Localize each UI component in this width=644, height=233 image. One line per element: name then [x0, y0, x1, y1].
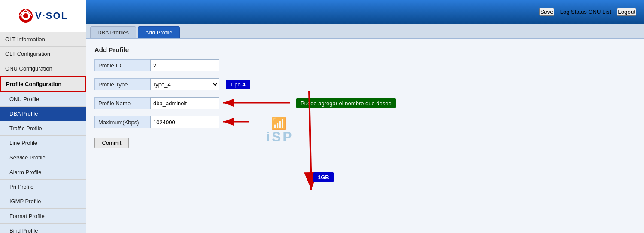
sidebar-item-bind-profile[interactable]: Bind Profile: [0, 224, 86, 233]
sidebar-item-onu-config[interactable]: ONU Configuration: [0, 61, 86, 76]
storage-badge: 1GB: [313, 172, 334, 182]
tipo4-annotation: Tipo 4: [226, 80, 250, 89]
tabs-bar: DBA Profiles Add Profile: [86, 24, 644, 39]
sidebar-item-olt-config[interactable]: OLT Configuration: [0, 47, 86, 61]
profile-id-input[interactable]: [150, 59, 219, 71]
sidebar-item-olt-info[interactable]: OLT Information: [0, 32, 86, 47]
status-link[interactable]: Status: [571, 9, 587, 15]
main-panel: Save Log Status ONU List Logout DBA Prof…: [86, 0, 644, 233]
sidebar-item-onu-profile[interactable]: ONU Profile: [0, 92, 86, 107]
form-row-profile-name: Profile Name Puede agregar el nombre que…: [94, 97, 635, 109]
arrow-name: [219, 96, 296, 109]
vsol-logo-icon: [18, 8, 33, 24]
main-header: Save Log Status ONU List Logout: [86, 0, 644, 24]
nombre-annotation: Puede agregar el nombre que desee: [296, 98, 396, 108]
maximum-input[interactable]: [150, 116, 219, 128]
save-button[interactable]: Save: [539, 8, 554, 16]
form-row-profile-id: Profile ID: [94, 59, 635, 71]
content-area: Add Profile Profile ID Profile Type Type…: [86, 39, 644, 233]
form-row-profile-type: Profile Type Type_1 Type_2 Type_3 Type_4…: [94, 78, 635, 90]
profile-name-input[interactable]: [150, 97, 219, 109]
profile-type-label: Profile Type: [94, 78, 150, 90]
sidebar-item-format-profile[interactable]: Format Profile: [0, 209, 86, 224]
sidebar-item-pri-profile[interactable]: Pri Profile: [0, 180, 86, 194]
sidebar-item-alarm-profile[interactable]: Alarm Profile: [0, 165, 86, 180]
sidebar-item-traffic-profile[interactable]: Traffic Profile: [0, 121, 86, 136]
sidebar-item-igmp-profile[interactable]: IGMP Profile: [0, 194, 86, 209]
sidebar: V·SOL OLT Information OLT Configuration …: [0, 0, 86, 233]
isp-text: iSP: [266, 129, 294, 144]
sidebar-item-profile-config[interactable]: Profile Configuration: [0, 76, 86, 92]
log-link[interactable]: Log: [560, 9, 570, 15]
logout-button[interactable]: Logout: [617, 8, 636, 16]
sidebar-item-dba-profile[interactable]: DBA Profile: [0, 107, 86, 121]
form-row-maximum: Maximum(Kbps): [94, 116, 635, 128]
isp-watermark: 📶 iSP: [266, 116, 294, 145]
onu-list-link[interactable]: ONU List: [589, 9, 611, 15]
maximum-label: Maximum(Kbps): [94, 116, 150, 128]
logo-area: V·SOL: [0, 0, 86, 32]
tab-add-profile[interactable]: Add Profile: [138, 26, 180, 38]
arrow-maximum: [219, 115, 253, 128]
profile-name-label: Profile Name: [94, 97, 150, 109]
profile-id-label: Profile ID: [94, 59, 150, 71]
tab-dba-profiles[interactable]: DBA Profiles: [90, 26, 136, 38]
page-title: Add Profile: [94, 46, 635, 53]
logo-text: V·SOL: [35, 10, 68, 21]
commit-button[interactable]: Commit: [94, 138, 129, 148]
sidebar-item-line-profile[interactable]: Line Profile: [0, 136, 86, 150]
header-nav: Log Status ONU List: [560, 9, 611, 15]
profile-type-select[interactable]: Type_1 Type_2 Type_3 Type_4 Type_5: [150, 78, 219, 90]
sidebar-item-service-profile[interactable]: Service Profile: [0, 150, 86, 165]
svg-point-2: [23, 13, 28, 18]
save-area: Save: [539, 8, 554, 16]
